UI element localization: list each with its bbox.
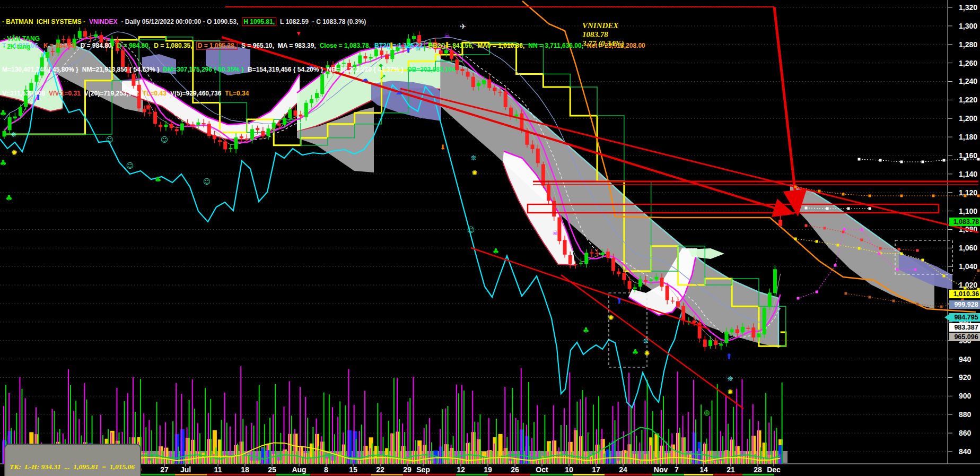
indicator-line-2: M=130,401,248 { 45.80% }NM=21,913,856 { … xyxy=(2,66,649,74)
candle xyxy=(536,149,540,163)
header-token: TL=0.34 xyxy=(225,90,249,97)
y-axis-label: 920 xyxy=(959,373,972,382)
chart-symbol-✺: ✺ xyxy=(472,169,478,177)
candle xyxy=(649,280,653,281)
header-token: - BATMAN ICHI SYSTEMS - xyxy=(2,18,85,25)
x-axis-label: 8 xyxy=(324,465,328,474)
header-token: V/V-1=0.31 xyxy=(49,90,81,97)
y-axis-label: 1,300 xyxy=(959,22,977,30)
signal-label-van-tang: - VÂN TANG xyxy=(3,35,40,43)
candle xyxy=(671,301,675,302)
y-axis-label: 1,140 xyxy=(959,170,977,178)
candle xyxy=(741,327,745,332)
candle xyxy=(763,308,766,334)
y-axis-label: 1,280 xyxy=(959,40,977,49)
candle xyxy=(218,140,222,142)
candle xyxy=(240,136,243,138)
candle xyxy=(617,272,620,274)
y-axis-label: 1,100 xyxy=(959,207,977,215)
chart-symbol-♣: ♣ xyxy=(155,175,162,184)
chart-symbol-⬆: ⬆ xyxy=(726,352,733,361)
trend-ribbon-segment xyxy=(652,474,684,475)
chart-symbol-☺: ☺ xyxy=(126,161,134,170)
header-token: B=154,319,456 { 54.20% } xyxy=(248,66,323,73)
candle xyxy=(773,269,777,293)
y-axis-label: 1,260 xyxy=(959,59,977,67)
header-token: TL=0.43 xyxy=(143,90,167,97)
chart-symbol-⊕: ⊕ xyxy=(704,408,711,418)
price-tag: 1,010.36 xyxy=(949,290,980,298)
indicator-line-1: T = 1,015.06,K = 984.80,D = 984.80,D = 9… xyxy=(2,42,649,50)
indicator-header: - BATMAN ICHI SYSTEMS -VNINDEX- Daily 05… xyxy=(2,2,649,114)
header-token: ĐB=302,883,104 xyxy=(407,66,456,73)
price-tag: 965.096 xyxy=(949,333,980,341)
trend-ribbon-segment xyxy=(713,474,742,475)
x-axis-label: 21 xyxy=(727,465,735,474)
candle xyxy=(563,240,567,255)
candle xyxy=(256,128,259,130)
trend-ribbon-segment xyxy=(310,474,371,475)
candle xyxy=(666,285,669,300)
x-axis-label: 26 xyxy=(511,465,519,474)
tk-kj-info-box: TK: L-H: 934.31 ... 1,095.81 = 1,015.06 … xyxy=(4,444,141,476)
candle xyxy=(164,125,168,127)
chart-symbol-⬇: ⬇ xyxy=(440,143,446,151)
candle xyxy=(557,218,561,241)
x-axis-label: 12 xyxy=(457,465,465,474)
candle xyxy=(574,264,578,265)
candle xyxy=(692,321,696,323)
candle xyxy=(724,332,728,343)
candle xyxy=(708,340,712,346)
header-token: V(5)=929,460,736 xyxy=(170,90,221,97)
candle xyxy=(3,131,6,136)
annotation-symbol: VNINDEX xyxy=(582,21,624,30)
x-axis-label: 27 xyxy=(160,465,169,474)
chart-symbol-❊: ❊ xyxy=(643,337,649,345)
x-axis-label: 14 xyxy=(699,465,708,474)
y-axis-label: 1,060 xyxy=(959,244,977,252)
candle xyxy=(170,124,173,128)
y-axis-label: 1,240 xyxy=(959,77,977,85)
x-axis-label: Sep xyxy=(416,465,430,474)
x-axis-label: 28 xyxy=(754,465,762,474)
candle xyxy=(283,118,286,125)
candle xyxy=(520,114,523,129)
price-tag: 984.795 xyxy=(949,313,980,322)
header-token: K = 984.80, xyxy=(43,42,76,49)
candle xyxy=(250,129,254,140)
candle xyxy=(180,124,184,131)
x-axis-label: 24 xyxy=(619,465,627,474)
header-token: Close = 1,083.78, xyxy=(320,42,371,49)
x-axis-label: 25 xyxy=(268,465,276,474)
y-axis-label: 860 xyxy=(959,429,972,437)
x-axis-label: Nov xyxy=(654,465,668,474)
header-token: VNINDEX xyxy=(89,18,117,25)
y-axis-label: 1,180 xyxy=(959,133,977,141)
chart-symbol-❊: ❊ xyxy=(11,131,17,139)
y-axis-label: 1,220 xyxy=(959,96,977,104)
chart-symbol-☺: ☺ xyxy=(467,226,475,234)
candle xyxy=(531,144,535,149)
candle xyxy=(541,164,545,185)
x-axis-label: 10 xyxy=(565,465,573,474)
chart-symbol-♣: ♣ xyxy=(632,348,639,356)
chart-symbol-☠: ☠ xyxy=(553,229,558,237)
header-token: L 1082.59 xyxy=(280,18,309,25)
price-tag: 999.928 xyxy=(949,300,980,309)
candle xyxy=(261,131,265,136)
candle xyxy=(267,128,270,136)
candle xyxy=(644,280,648,282)
chart-symbol-☺: ☺ xyxy=(203,177,211,186)
candle xyxy=(611,258,615,271)
candle xyxy=(719,344,723,346)
candle xyxy=(277,124,281,125)
header-token: MA = 983.39, xyxy=(278,42,316,49)
y-axis-label: 840 xyxy=(959,447,972,456)
candle xyxy=(596,253,599,254)
candle xyxy=(681,306,685,321)
chart-symbol-♣: ♣ xyxy=(5,193,12,203)
candle xyxy=(552,201,556,217)
chart-symbol-⬆: ⬆ xyxy=(616,296,623,306)
chart-symbol-☺: ☺ xyxy=(106,135,114,144)
y-axis-label: 940 xyxy=(959,355,972,364)
